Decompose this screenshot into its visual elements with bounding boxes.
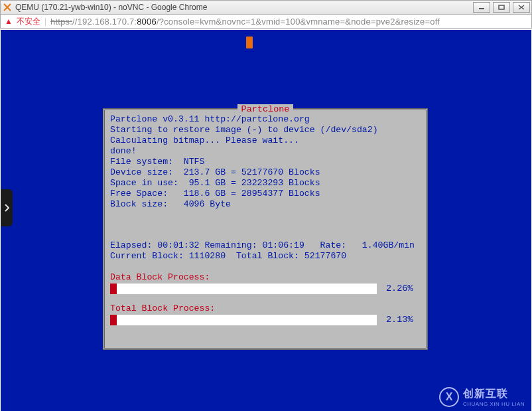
window-title: QEMU (170.21-ywb-win10) - noVNC - Google… xyxy=(15,3,470,12)
novnc-side-tab[interactable] xyxy=(1,189,13,226)
vnc-canvas[interactable]: Partclone Partclone v0.3.11 http://partc… xyxy=(1,30,531,411)
data-block-percent: 2.26% xyxy=(386,284,413,294)
watermark-logo-icon: X xyxy=(439,387,459,407)
data-block-progress-bar xyxy=(110,284,377,294)
total-block-percent: 2.13% xyxy=(386,315,413,325)
data-block-progress-row: 2.26% xyxy=(110,284,421,294)
insecure-label: 不安全 xyxy=(17,16,40,27)
dialog-title: Partclone xyxy=(237,104,294,114)
total-block-label: Total Block Process: xyxy=(110,303,421,314)
url-text: https://192.168.170.7:8006/?console=kvm&… xyxy=(50,17,440,27)
watermark: X 创新互联 CHUANG XIN HU LIAN xyxy=(439,387,525,407)
window-titlebar: QEMU (170.21-ywb-win10) - noVNC - Google… xyxy=(0,0,532,15)
data-block-label: Data Block Process: xyxy=(110,272,421,283)
text-cursor xyxy=(246,37,253,48)
app-icon xyxy=(2,2,13,13)
partclone-info-block: Partclone v0.3.11 http://partclone.org S… xyxy=(110,114,421,210)
maximize-button[interactable] xyxy=(493,2,510,13)
total-block-progress-row: 2.13% xyxy=(110,315,421,325)
partclone-dialog: Partclone Partclone v0.3.11 http://partc… xyxy=(103,108,428,350)
address-bar[interactable]: ▲ 不安全 | https://192.168.170.7:8006/?cons… xyxy=(0,15,532,29)
insecure-icon: ▲ xyxy=(5,17,13,26)
chevron-right-icon xyxy=(4,204,9,212)
svg-rect-0 xyxy=(479,8,484,9)
watermark-text-en: CHUANG XIN HU LIAN xyxy=(463,401,525,407)
watermark-text-zh: 创新互联 xyxy=(463,387,525,401)
close-button[interactable] xyxy=(513,2,530,13)
partclone-status-block: Elapsed: 00:01:32 Remaining: 01:06:19 Ra… xyxy=(110,240,421,262)
minimize-button[interactable] xyxy=(473,2,490,13)
svg-rect-1 xyxy=(499,5,504,9)
total-block-progress-bar xyxy=(110,315,377,325)
